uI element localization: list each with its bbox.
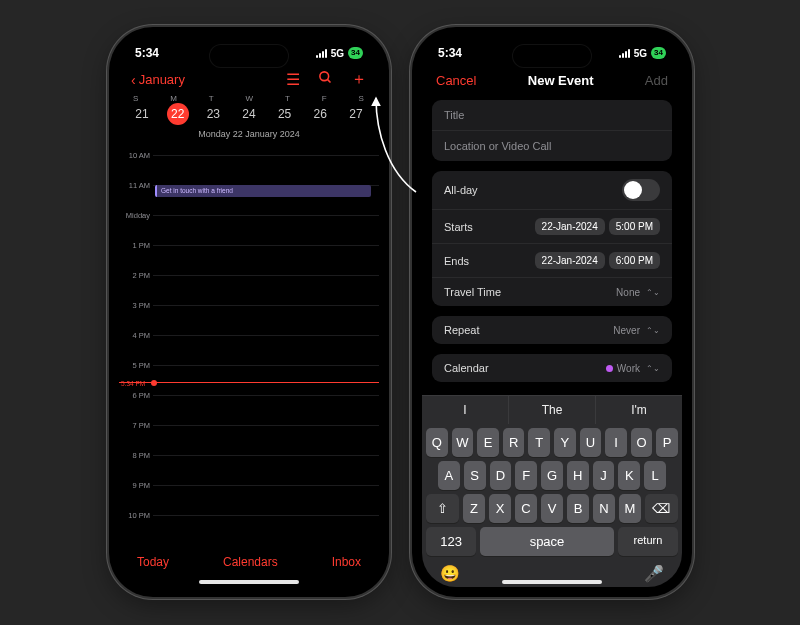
key-u[interactable]: U bbox=[580, 428, 602, 457]
end-time-button[interactable]: 6:00 PM bbox=[609, 252, 660, 269]
add-button[interactable]: Add bbox=[645, 73, 668, 88]
date-cell[interactable]: 27 bbox=[345, 103, 367, 125]
key-d[interactable]: D bbox=[490, 461, 512, 490]
calendar-color-dot bbox=[606, 365, 613, 372]
key-j[interactable]: J bbox=[593, 461, 615, 490]
modal-nav: Cancel New Event Add bbox=[422, 65, 682, 94]
allday-toggle[interactable] bbox=[622, 179, 660, 201]
date-cell[interactable]: 23 bbox=[202, 103, 224, 125]
space-key[interactable]: space bbox=[480, 527, 614, 556]
key-t[interactable]: T bbox=[528, 428, 550, 457]
prediction-bar: I The I'm bbox=[422, 396, 682, 424]
home-indicator[interactable] bbox=[502, 580, 602, 584]
key-h[interactable]: H bbox=[567, 461, 589, 490]
signal-icon bbox=[316, 49, 327, 58]
keyboard[interactable]: I The I'm QWERTYUIOP ASDFGHJKL ⇧ ZXCVBNM… bbox=[422, 395, 682, 587]
key-w[interactable]: W bbox=[452, 428, 474, 457]
repeat-row[interactable]: Repeat Never⌃⌄ bbox=[432, 316, 672, 344]
travel-time-row[interactable]: Travel Time None⌃⌄ bbox=[432, 277, 672, 306]
title-input[interactable]: Title bbox=[432, 100, 672, 130]
search-icon[interactable] bbox=[318, 70, 333, 89]
prediction[interactable]: The bbox=[509, 396, 596, 424]
key-z[interactable]: Z bbox=[463, 494, 485, 523]
allday-label: All-day bbox=[444, 184, 478, 196]
date-row[interactable]: 21 22 23 24 25 26 27 bbox=[119, 103, 379, 129]
weekday-row: S M T W T F S bbox=[119, 92, 379, 103]
network-label: 5G bbox=[331, 48, 344, 59]
backspace-key[interactable]: ⌫ bbox=[645, 494, 678, 523]
key-e[interactable]: E bbox=[477, 428, 499, 457]
svg-line-1 bbox=[327, 79, 330, 82]
cancel-button[interactable]: Cancel bbox=[436, 73, 476, 88]
dynamic-island bbox=[210, 45, 288, 67]
phone-calendar-day: 5:34 5G 34 ‹ January ☰ ＋ S M T W T bbox=[109, 27, 389, 597]
calendars-button[interactable]: Calendars bbox=[223, 555, 278, 569]
key-g[interactable]: G bbox=[541, 461, 563, 490]
svg-point-0 bbox=[320, 72, 329, 81]
key-n[interactable]: N bbox=[593, 494, 615, 523]
key-k[interactable]: K bbox=[618, 461, 640, 490]
key-q[interactable]: Q bbox=[426, 428, 448, 457]
list-view-icon[interactable]: ☰ bbox=[286, 70, 300, 89]
prediction[interactable]: I bbox=[422, 396, 509, 424]
day-timeline[interactable]: 10 AM 11 AM Midday 1 PM 2 PM 3 PM 4 PM 5… bbox=[119, 143, 379, 531]
today-button[interactable]: Today bbox=[137, 555, 169, 569]
key-m[interactable]: M bbox=[619, 494, 641, 523]
modal-title: New Event bbox=[528, 73, 594, 88]
return-key[interactable]: return bbox=[618, 527, 678, 556]
signal-icon bbox=[619, 49, 630, 58]
calendar-event[interactable]: Get in touch with a friend bbox=[155, 185, 371, 197]
key-b[interactable]: B bbox=[567, 494, 589, 523]
start-date-button[interactable]: 22-Jan-2024 bbox=[535, 218, 605, 235]
end-date-button[interactable]: 22-Jan-2024 bbox=[535, 252, 605, 269]
back-button[interactable]: ‹ January bbox=[131, 72, 185, 88]
phone-new-event: 5:34 5G 34 Cancel New Event Add Title Lo… bbox=[412, 27, 692, 597]
datetime-card: All-day Starts 22-Jan-2024 5:00 PM Ends … bbox=[432, 171, 672, 306]
key-o[interactable]: O bbox=[631, 428, 653, 457]
date-cell-selected[interactable]: 22 bbox=[167, 103, 189, 125]
key-s[interactable]: S bbox=[464, 461, 486, 490]
nav-bar: ‹ January ☰ ＋ bbox=[119, 65, 379, 92]
key-v[interactable]: V bbox=[541, 494, 563, 523]
key-y[interactable]: Y bbox=[554, 428, 576, 457]
key-f[interactable]: F bbox=[515, 461, 537, 490]
date-header: Monday 22 January 2024 bbox=[119, 129, 379, 143]
location-input[interactable]: Location or Video Call bbox=[432, 130, 672, 161]
key-p[interactable]: P bbox=[656, 428, 678, 457]
inbox-button[interactable]: Inbox bbox=[332, 555, 361, 569]
key-c[interactable]: C bbox=[515, 494, 537, 523]
title-card: Title Location or Video Call bbox=[432, 100, 672, 161]
add-event-icon[interactable]: ＋ bbox=[351, 69, 367, 90]
calendar-row[interactable]: Calendar Work⌃⌄ bbox=[432, 354, 672, 382]
current-time-indicator: 5:34 PM bbox=[119, 382, 379, 383]
dictation-key[interactable]: 🎤 bbox=[644, 564, 664, 583]
date-cell[interactable]: 21 bbox=[131, 103, 153, 125]
date-cell[interactable]: 25 bbox=[274, 103, 296, 125]
bottom-toolbar: Today Calendars Inbox bbox=[119, 551, 379, 579]
ends-label: Ends bbox=[444, 255, 469, 267]
key-i[interactable]: I bbox=[605, 428, 627, 457]
key-l[interactable]: L bbox=[644, 461, 666, 490]
key-r[interactable]: R bbox=[503, 428, 525, 457]
starts-label: Starts bbox=[444, 221, 473, 233]
date-cell[interactable]: 24 bbox=[238, 103, 260, 125]
date-cell[interactable]: 26 bbox=[309, 103, 331, 125]
battery-badge: 34 bbox=[348, 47, 363, 59]
home-indicator[interactable] bbox=[199, 580, 299, 584]
numbers-key[interactable]: 123 bbox=[426, 527, 476, 556]
status-time: 5:34 bbox=[135, 46, 159, 60]
emoji-key[interactable]: 😀 bbox=[440, 564, 460, 583]
chevron-left-icon: ‹ bbox=[131, 72, 136, 88]
key-a[interactable]: A bbox=[438, 461, 460, 490]
start-time-button[interactable]: 5:00 PM bbox=[609, 218, 660, 235]
shift-key[interactable]: ⇧ bbox=[426, 494, 459, 523]
dynamic-island bbox=[513, 45, 591, 67]
back-label: January bbox=[139, 72, 185, 87]
key-x[interactable]: X bbox=[489, 494, 511, 523]
prediction[interactable]: I'm bbox=[596, 396, 682, 424]
